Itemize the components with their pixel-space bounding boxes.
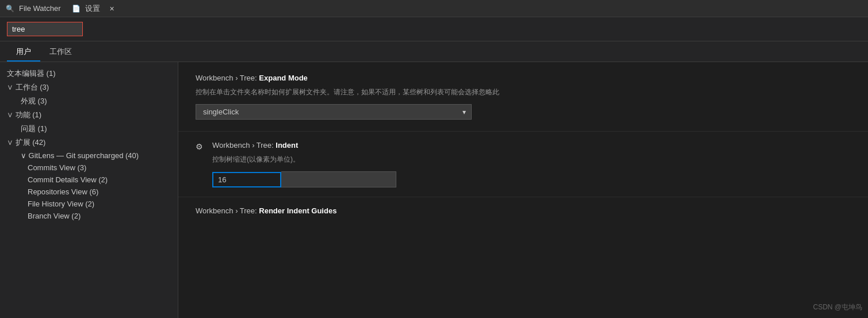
sidebar-item-label: 文本编辑器 (1) [7, 69, 56, 78]
search-bar [0, 17, 868, 41]
sidebar-item-label: Commit Details View (2) [28, 175, 108, 184]
sidebar-item-label: ∨ 扩展 (42) [7, 138, 45, 147]
sidebar-item-appearance[interactable]: 外观 (3) [0, 94, 178, 108]
sidebar-item-problems[interactable]: 问题 (1) [0, 122, 178, 136]
indent-number-input[interactable] [212, 172, 281, 187]
title-bar: 🔍 File Watcher 📄 设置 × [0, 0, 868, 17]
sidebar-item-label: 外观 (3) [21, 97, 47, 105]
expand-mode-section: Workbench › Tree: Expand Mode 控制在单击文件夹名称… [178, 62, 868, 132]
indent-input-extension [281, 171, 396, 187]
expand-mode-desc: 控制在单击文件夹名称时如何扩展树文件夹。请注意，如果不适用，某些树和列表可能会选… [196, 87, 851, 97]
settings-icon: 📄 [72, 5, 81, 13]
sidebar-item-label: ∨ GitLens — Git supercharged (40) [21, 151, 139, 160]
settings-label: 设置 [85, 3, 100, 14]
sidebar-item-label: Commits View (3) [28, 163, 86, 172]
watermark: CSDN @屯坤鸟 [813, 302, 862, 312]
indent-title: Workbench › Tree: Indent [212, 141, 851, 150]
sidebar-item-features[interactable]: ∨ 功能 (1) [0, 108, 178, 122]
indent-desc: 控制树缩进(以像素为单位)。 [212, 154, 851, 164]
render-indent-section: Workbench › Tree: Render Indent Guides [178, 197, 868, 224]
sidebar-item-extensions[interactable]: ∨ 扩展 (42) [0, 136, 178, 150]
render-indent-prefix: Workbench › Tree: [196, 206, 259, 215]
sidebar-item-label: 问题 (1) [21, 124, 47, 133]
close-button[interactable]: × [109, 4, 114, 13]
sidebar-item-label: File History View (2) [28, 200, 94, 208]
sidebar-item-file-history[interactable]: File History View (2) [0, 198, 178, 210]
sidebar-item-commit-details[interactable]: Commit Details View (2) [0, 174, 178, 186]
sidebar-item-text-editor[interactable]: 文本编辑器 (1) [0, 67, 178, 81]
search-input-wrapper [7, 22, 83, 36]
expand-mode-title-prefix: Workbench › Tree: [196, 74, 259, 82]
file-watcher-icon: 🔍 [6, 5, 14, 13]
content-area: Workbench › Tree: Expand Mode 控制在单击文件夹名称… [178, 62, 868, 318]
tabs-row: 用户 工作区 [0, 41, 868, 62]
file-watcher-label: File Watcher [19, 4, 60, 13]
expand-mode-title: Workbench › Tree: Expand Mode [196, 74, 851, 82]
sidebar: 文本编辑器 (1) ∨ 工作台 (3) 外观 (3) ∨ 功能 (1) 问题 (… [0, 62, 178, 318]
sidebar-item-gitlens[interactable]: ∨ GitLens — Git supercharged (40) [0, 150, 178, 162]
tab-workspace[interactable]: 工作区 [40, 43, 81, 62]
expand-mode-dropdown[interactable]: singleClick doubleClick [196, 104, 472, 120]
sidebar-item-commits-view[interactable]: Commits View (3) [0, 162, 178, 174]
indent-input-row [212, 171, 851, 187]
search-input[interactable] [7, 22, 82, 36]
indent-content: Workbench › Tree: Indent 控制树缩进(以像素为单位)。 [212, 141, 851, 187]
top-section: 用户 工作区 [0, 17, 868, 62]
indent-section: ⚙ Workbench › Tree: Indent 控制树缩进(以像素为单位)… [178, 132, 868, 197]
expand-mode-title-bold: Expand Mode [259, 74, 308, 82]
render-indent-title: Workbench › Tree: Render Indent Guides [196, 206, 851, 215]
sidebar-item-repositories-view[interactable]: Repositories View (6) [0, 186, 178, 198]
sidebar-item-branch-view[interactable]: Branch View (2) [0, 210, 178, 222]
sidebar-item-label: ∨ 工作台 (3) [7, 83, 49, 91]
tab-user[interactable]: 用户 [7, 43, 40, 62]
sidebar-item-label: Branch View (2) [28, 212, 81, 220]
gear-icon: ⚙ [196, 142, 203, 151]
sidebar-item-label: Repositories View (6) [28, 187, 98, 196]
main-layout: 文本编辑器 (1) ∨ 工作台 (3) 外观 (3) ∨ 功能 (1) 问题 (… [0, 62, 868, 318]
indent-title-prefix: Workbench › Tree: [212, 141, 276, 150]
render-indent-bold: Render Indent Guides [259, 206, 337, 215]
expand-mode-dropdown-wrapper: singleClick doubleClick ▾ [196, 104, 472, 120]
sidebar-item-workbench[interactable]: ∨ 工作台 (3) [0, 81, 178, 94]
indent-title-bold: Indent [276, 141, 298, 150]
sidebar-item-label: ∨ 功能 (1) [7, 110, 41, 119]
